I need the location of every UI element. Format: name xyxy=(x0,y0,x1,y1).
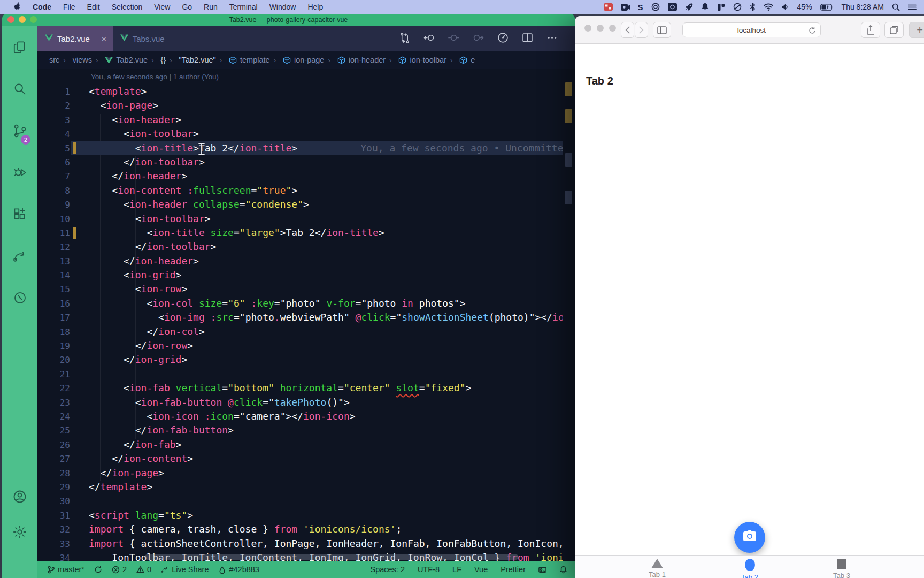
nav-back-icon[interactable] xyxy=(424,32,435,45)
ion-tab-tab-1[interactable]: Tab 1 xyxy=(636,559,679,578)
notification-bell-icon[interactable] xyxy=(701,3,709,11)
menu-item-terminal[interactable]: Terminal xyxy=(224,3,264,11)
bluetooth-icon[interactable] xyxy=(750,3,756,11)
breadcrumb-item[interactable]: ›template xyxy=(216,56,270,64)
code-line[interactable]: 31<script lang="ts"> xyxy=(37,508,575,522)
breadcrumb-item[interactable]: ›{} xyxy=(148,56,166,64)
split-editor-icon[interactable] xyxy=(522,32,533,45)
close-window-button[interactable] xyxy=(7,16,14,23)
code-line[interactable]: 14 <ion-grid> xyxy=(37,268,575,282)
breadcrumb-item[interactable]: ›ion-header xyxy=(324,56,386,64)
code-line[interactable]: 15 <ion-row> xyxy=(37,282,575,296)
forward-button[interactable] xyxy=(635,22,648,38)
back-button[interactable] xyxy=(621,22,634,38)
status-spaces-2[interactable]: Spaces: 2 xyxy=(370,565,405,574)
code-line[interactable]: 18 </ion-col> xyxy=(37,325,575,339)
code-line[interactable]: 2 <ion-page> xyxy=(37,98,575,112)
menu-item-window[interactable]: Window xyxy=(264,3,302,11)
breadcrumb-item[interactable]: ›"Tab2.vue" xyxy=(166,56,216,64)
breadcrumb-item[interactable]: ›e xyxy=(446,56,475,64)
status-lf[interactable]: LF xyxy=(452,565,461,574)
breadcrumb-item[interactable]: ›Tab2.vue xyxy=(92,56,148,64)
code-line[interactable]: 8 <ion-content :fullscreen="true"> xyxy=(37,184,575,197)
breadcrumb-item[interactable]: ›ion-toolbar xyxy=(386,56,446,64)
code-line[interactable]: 22 <ion-fab vertical="bottom" horizontal… xyxy=(37,381,575,395)
menu-item-help[interactable]: Help xyxy=(302,3,329,11)
menu-item-edit[interactable]: Edit xyxy=(81,3,106,11)
camera-fab-button[interactable] xyxy=(734,522,765,553)
code-line[interactable]: 19 </ion-row> xyxy=(37,339,575,353)
address-bar[interactable]: localhost xyxy=(682,22,821,37)
code-line[interactable]: 20 </ion-grid> xyxy=(37,353,575,367)
nav-fwd-icon[interactable] xyxy=(473,32,484,45)
close-icon[interactable]: × xyxy=(102,34,106,43)
reload-icon[interactable] xyxy=(808,26,816,36)
activity-item-settings[interactable] xyxy=(8,519,32,547)
screen-record-icon[interactable] xyxy=(668,3,677,11)
gitlens-authors-codelens[interactable]: You, a few seconds ago | 1 author (You) xyxy=(91,73,219,81)
status-vue[interactable]: Vue xyxy=(474,565,488,574)
share-icon[interactable] xyxy=(861,22,880,38)
nav-dot-icon[interactable] xyxy=(448,32,459,45)
compare-icon[interactable] xyxy=(399,32,410,45)
code-line[interactable]: 26 </ion-fab> xyxy=(37,438,575,452)
status-bell[interactable] xyxy=(559,566,567,574)
code-line[interactable]: 28 </ion-page> xyxy=(37,466,575,480)
status-error[interactable]: 2 xyxy=(112,565,127,574)
ion-tab-tab-2[interactable]: Tab 2 xyxy=(728,559,771,578)
minimize-window-button[interactable] xyxy=(597,25,604,32)
minimap[interactable] xyxy=(563,69,575,561)
code-line[interactable]: 16 <ion-col size="6" :key="photo" v-for=… xyxy=(37,296,575,310)
control-center-icon[interactable] xyxy=(908,4,917,11)
code-line[interactable]: 24 <ion-icon :icon="camera"></ion-icon> xyxy=(37,409,575,423)
breadcrumb[interactable]: src›views›Tab2.vue›{}›"Tab2.vue"›templat… xyxy=(37,51,575,69)
code-line[interactable]: 33import { actionSheetController, IonPag… xyxy=(37,537,575,551)
code-editor[interactable]: You, a few seconds ago | 1 author (You) … xyxy=(37,69,575,561)
code-line[interactable]: 10 <ion-toolbar> xyxy=(37,212,575,226)
code-line[interactable]: 5 <ion-title>Tab 2</ion-title>You, a few… xyxy=(37,141,575,155)
code-line[interactable]: 3 <ion-header> xyxy=(37,113,575,127)
wifi-icon[interactable] xyxy=(764,3,773,11)
status-sync[interactable] xyxy=(94,566,102,574)
status-utf-8[interactable]: UTF-8 xyxy=(418,565,440,574)
menu-item-run[interactable]: Run xyxy=(198,3,224,11)
code-line[interactable]: 23 <ion-fab-button @click="takePhoto()"> xyxy=(37,396,575,409)
status-paint[interactable]: #42b883 xyxy=(218,565,259,574)
editor-tab-tab2-vue[interactable]: Tab2.vue× xyxy=(37,26,113,51)
status-feedback[interactable] xyxy=(538,566,546,574)
sidebar-toggle-icon[interactable] xyxy=(653,22,671,38)
code-line[interactable]: 9 <ion-header collapse="condense"> xyxy=(37,197,575,211)
menu-item-selection[interactable]: Selection xyxy=(106,3,149,11)
breadcrumb-item[interactable]: src xyxy=(49,56,59,64)
status-prettier[interactable]: Prettier xyxy=(500,565,526,574)
code-line[interactable]: 21 xyxy=(37,367,575,381)
volume-icon[interactable] xyxy=(781,3,789,11)
minimize-window-button[interactable] xyxy=(19,16,26,23)
activity-item-history[interactable] xyxy=(8,285,32,313)
activity-item-search[interactable] xyxy=(8,76,32,104)
code-line[interactable]: 11 <ion-title size="large">Tab 2</ion-ti… xyxy=(37,226,575,240)
new-tab-button[interactable]: + xyxy=(909,22,924,38)
activity-item-source-control[interactable]: 2 xyxy=(8,118,32,146)
address-url[interactable]: localhost xyxy=(737,26,766,34)
shush-icon[interactable]: S xyxy=(638,3,643,12)
menu-clock[interactable]: Thu 8:28 AM xyxy=(842,3,884,11)
breadcrumb-item[interactable]: ›ion-page xyxy=(270,56,325,64)
rocket-icon[interactable] xyxy=(685,3,693,11)
close-window-button[interactable] xyxy=(584,25,591,32)
editor-tab-tabs-vue[interactable]: Tabs.vue xyxy=(113,26,210,51)
status-live-share[interactable]: Live Share xyxy=(161,565,209,574)
code-line[interactable]: 1<template> xyxy=(37,85,575,98)
activity-item-files[interactable] xyxy=(8,34,32,62)
activity-item-extensions[interactable] xyxy=(8,201,32,229)
status-warning[interactable]: 0 xyxy=(136,565,151,574)
activity-item-debug[interactable] xyxy=(8,159,32,187)
more-icon[interactable] xyxy=(546,32,558,45)
spotlight-search-icon[interactable] xyxy=(892,3,900,11)
film-icon[interactable] xyxy=(604,3,613,11)
code-line[interactable]: 13 </ion-header> xyxy=(37,254,575,268)
vscode-title-bar[interactable]: Tab2.vue — photo-gallery-capacitor-vue xyxy=(2,14,575,26)
camcorder-icon[interactable] xyxy=(621,4,630,11)
menu-item-view[interactable]: View xyxy=(148,3,176,11)
status-git-branch[interactable]: master* xyxy=(47,565,84,574)
